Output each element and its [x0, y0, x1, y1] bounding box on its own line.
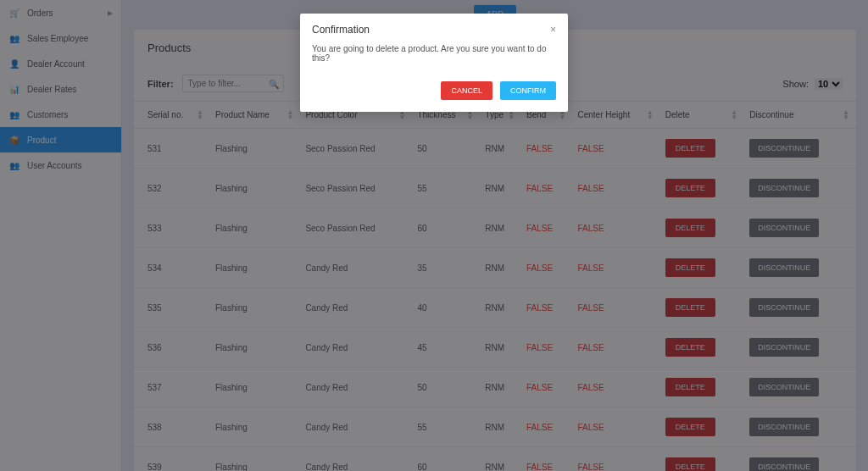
modal-title: Confirmation [312, 24, 370, 36]
confirm-button[interactable]: CONFIRM [500, 81, 556, 100]
modal-body: You are going to delete a product. Are y… [300, 41, 568, 75]
modal-overlay: Confirmation × You are going to delete a… [0, 0, 868, 471]
close-icon[interactable]: × [550, 24, 556, 36]
cancel-button[interactable]: CANCEL [441, 81, 492, 100]
modal-footer: CANCEL CONFIRM [300, 75, 568, 112]
confirmation-modal: Confirmation × You are going to delete a… [300, 14, 568, 112]
